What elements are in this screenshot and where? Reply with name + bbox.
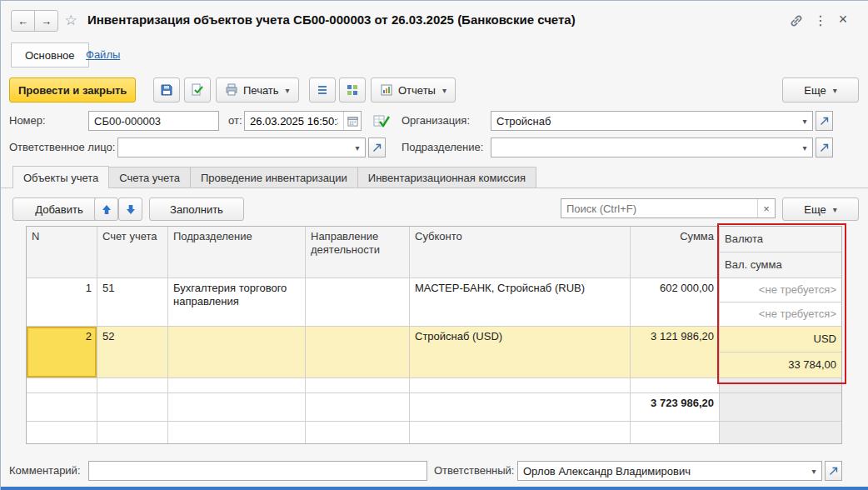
cell-n[interactable]: 1: [27, 278, 97, 327]
register-records-button[interactable]: [309, 78, 336, 102]
tab-objects-label: Объекты учета: [23, 172, 98, 184]
calendar-icon: [347, 116, 358, 127]
open-icon: [829, 467, 838, 476]
responsible-combo[interactable]: Орлов Александр Владимирович ▾: [517, 461, 822, 481]
number-input[interactable]: [88, 111, 219, 131]
cell-currency-sum[interactable]: <не требуется>: [720, 302, 841, 326]
comment-input[interactable]: [88, 461, 427, 481]
post-document-button[interactable]: [184, 78, 211, 102]
cell-account[interactable]: 52: [97, 327, 168, 378]
structure-icon: [346, 83, 359, 97]
cell-subconto[interactable]: МАСТЕР-БАНК, Стройснаб (RUB): [410, 278, 631, 327]
tab-objects[interactable]: Объекты учета: [12, 166, 109, 188]
organization-open-button[interactable]: [816, 111, 833, 131]
date-input[interactable]: [245, 112, 343, 130]
cell-empty[interactable]: [410, 378, 631, 393]
tab-commission[interactable]: Инвентаризационная комиссия: [357, 167, 536, 188]
more-menu-button[interactable]: ⋮: [812, 11, 829, 29]
move-up-button[interactable]: [94, 198, 118, 221]
cell-department[interactable]: Бухгалтерия торгового направления: [168, 278, 306, 327]
cell-n-active[interactable]: 2: [27, 327, 97, 378]
tab-accounts[interactable]: Счета учета: [108, 167, 191, 188]
related-documents-button[interactable]: [339, 78, 366, 102]
cell-empty[interactable]: [306, 378, 410, 393]
cell-empty[interactable]: [631, 378, 720, 393]
report-icon: [380, 83, 393, 97]
cell-empty[interactable]: [27, 378, 97, 393]
search-clear-button[interactable]: ×: [757, 199, 775, 218]
cell-currency[interactable]: <не требуется>: [720, 278, 841, 302]
organization-combo[interactable]: Стройснаб ▾: [491, 111, 813, 131]
comment-label: Комментарий:: [9, 464, 81, 477]
cell-department[interactable]: [168, 327, 306, 378]
print-button[interactable]: Печать ▾: [216, 78, 299, 102]
copy-link-button[interactable]: [787, 12, 806, 30]
more-actions-button[interactable]: Еще ▾: [782, 78, 859, 102]
total-sum: 3 723 986,20: [631, 393, 720, 422]
cell-currency-sum[interactable]: 33 784,00: [720, 352, 841, 378]
search-input[interactable]: [561, 199, 757, 218]
col-header-n: N: [27, 227, 97, 278]
cell-direction[interactable]: [306, 327, 410, 378]
back-icon: ←: [17, 15, 28, 28]
search-field[interactable]: ×: [561, 198, 776, 218]
cell-empty[interactable]: [168, 378, 306, 393]
star-icon: ☆: [64, 12, 77, 29]
cell-empty[interactable]: [720, 378, 841, 393]
dropdown-arrow-icon[interactable]: ▾: [806, 467, 821, 476]
cell-empty[interactable]: [97, 378, 168, 393]
add-label: Добавить: [35, 203, 82, 216]
table-row-1[interactable]: 1 51 Бухгалтерия торгового направления М…: [27, 278, 841, 327]
dropdown-arrow-icon[interactable]: ▾: [797, 143, 812, 152]
more-label: Еще: [804, 84, 826, 97]
back-button[interactable]: ←: [11, 10, 35, 32]
cell-sum[interactable]: 602 000,00: [631, 278, 720, 327]
reports-button[interactable]: Отчеты ▾: [371, 78, 456, 102]
table-row-filler: [27, 422, 841, 443]
fill-button[interactable]: Заполнить: [149, 198, 244, 221]
cell-currency-group[interactable]: <не требуется> <не требуется>: [720, 278, 841, 327]
cell-sum[interactable]: 3 121 986,20: [631, 327, 720, 378]
fill-label: Заполнить: [170, 203, 223, 216]
filler: [720, 422, 841, 443]
table-more-button[interactable]: Еще ▾: [782, 198, 859, 221]
cell-subconto[interactable]: Стройснаб (USD): [410, 327, 631, 378]
responsible-open-button[interactable]: [825, 461, 842, 481]
responsible-person-combo[interactable]: ▾: [117, 138, 366, 158]
department-open-button[interactable]: [816, 138, 833, 158]
open-icon: [372, 143, 382, 152]
forward-button[interactable]: →: [34, 10, 58, 32]
cell-account[interactable]: 51: [97, 278, 168, 327]
favorite-star-button[interactable]: ☆: [61, 10, 81, 30]
responsible-person-open-button[interactable]: [368, 138, 386, 158]
dropdown-arrow-icon[interactable]: ▾: [797, 117, 812, 126]
calendar-button[interactable]: [343, 112, 361, 130]
close-button[interactable]: ×: [834, 9, 852, 29]
add-row-button[interactable]: Добавить: [12, 198, 106, 221]
cell-currency[interactable]: USD: [720, 327, 841, 352]
table-total-row: 3 723 986,20: [27, 393, 841, 422]
responsible-person-label: Ответственное лицо:: [9, 141, 115, 153]
col-header-direction: Направление деятельности: [306, 227, 410, 278]
history-nav: ← →: [11, 10, 58, 32]
save-button[interactable]: [153, 78, 180, 102]
dots-icon: ⋮: [814, 12, 827, 28]
col-header-currency-group: Валюта Вал. сумма: [720, 227, 841, 278]
link-files[interactable]: Файлы: [86, 48, 120, 61]
table-row-2-selected[interactable]: 2 52 Стройснаб (USD) 3 121 986,20 USD 33…: [27, 327, 841, 378]
col-header-subconto: Субконто: [410, 227, 631, 278]
date-field[interactable]: [244, 111, 362, 131]
cell-currency-group[interactable]: USD 33 784,00: [720, 327, 841, 378]
total-empty: [27, 393, 97, 422]
table-row-empty[interactable]: [27, 378, 841, 393]
tab-inventory[interactable]: Проведение инвентаризации: [190, 167, 358, 188]
dropdown-arrow-icon[interactable]: ▾: [350, 143, 365, 152]
filler: [168, 422, 306, 443]
cell-direction[interactable]: [306, 278, 410, 327]
open-icon: [820, 117, 829, 126]
tab-main[interactable]: Основное: [11, 42, 89, 68]
move-down-button[interactable]: [118, 198, 142, 221]
post-and-close-button[interactable]: Провести и закрыть: [9, 78, 136, 102]
department-label: Подразделение:: [402, 141, 483, 153]
department-combo[interactable]: ▾: [491, 138, 813, 158]
